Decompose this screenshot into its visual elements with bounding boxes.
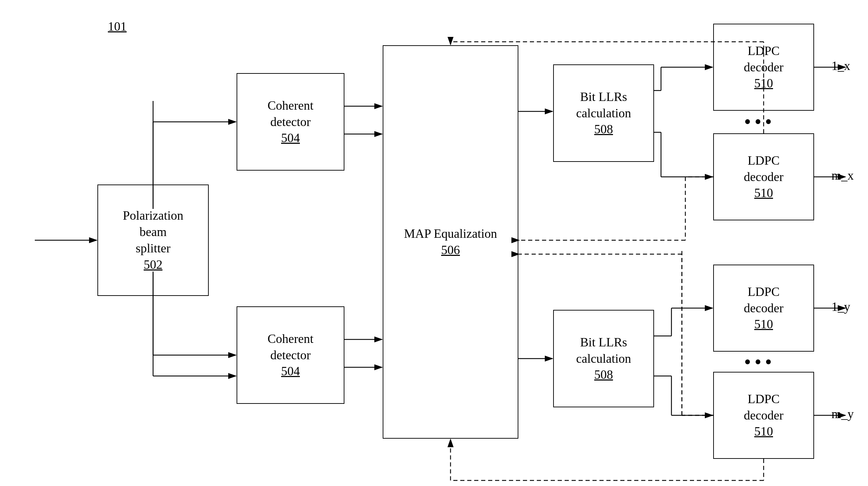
diagram-arrows [0,0,868,486]
diagram: 101 Polarization beam splitter 502 Coher… [0,0,868,486]
